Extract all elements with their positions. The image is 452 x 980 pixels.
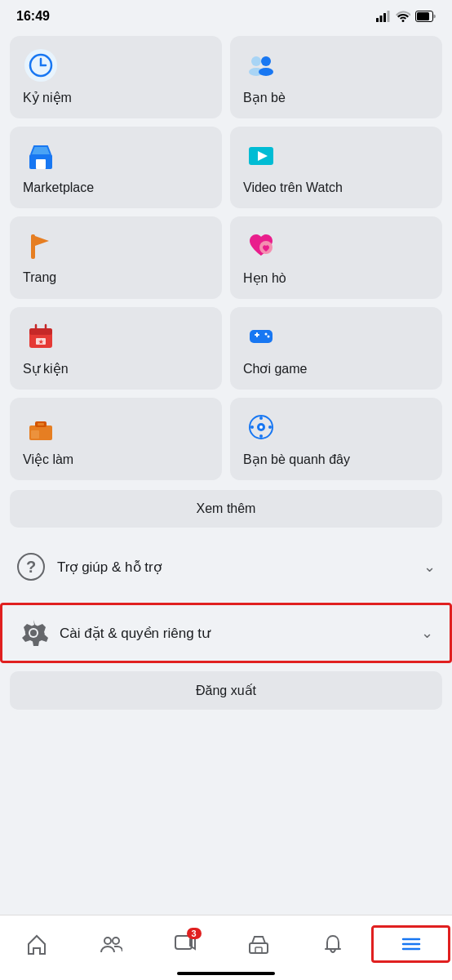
svg-marker-17 bbox=[35, 236, 49, 246]
svg-rect-3 bbox=[388, 11, 390, 22]
nav-friends[interactable] bbox=[74, 928, 148, 960]
ban-be-quanh-day-icon bbox=[243, 409, 279, 445]
svg-point-45 bbox=[30, 630, 37, 636]
svg-rect-33 bbox=[31, 430, 39, 439]
video-watch-label: Video trên Watch bbox=[243, 180, 429, 195]
trang-label: Trang bbox=[23, 270, 209, 285]
grid-item-video-watch[interactable]: Video trên Watch bbox=[230, 127, 442, 208]
svg-rect-20 bbox=[29, 328, 52, 335]
battery-icon bbox=[415, 11, 436, 22]
svg-point-38 bbox=[259, 434, 263, 438]
viec-lam-icon bbox=[23, 409, 59, 445]
grid-container: Kỷ niệm Bạn bè Marketplace bbox=[0, 29, 452, 487]
marketplace-icon bbox=[23, 138, 59, 174]
choi-game-label: Chơi game bbox=[243, 361, 429, 376]
status-time: 16:49 bbox=[16, 9, 50, 24]
grid-item-ky-niem[interactable]: Kỷ niệm bbox=[10, 36, 222, 118]
home-indicator bbox=[177, 972, 275, 975]
nav-bell[interactable] bbox=[296, 928, 370, 960]
grid-item-trang[interactable]: Trang bbox=[10, 216, 222, 299]
svg-rect-5 bbox=[417, 12, 429, 20]
nav-menu[interactable] bbox=[371, 925, 450, 963]
grid-item-hen-ho[interactable]: Hẹn hò bbox=[230, 216, 442, 299]
svg-rect-16 bbox=[31, 234, 35, 259]
cai-dat-label: Cài đặt & quyền riêng tư bbox=[60, 625, 421, 642]
ky-niem-icon bbox=[23, 47, 59, 83]
menu-nav-icon bbox=[400, 933, 423, 956]
grid-item-marketplace[interactable]: Marketplace bbox=[10, 127, 222, 208]
svg-point-29 bbox=[268, 336, 270, 338]
ky-niem-label: Kỷ niệm bbox=[23, 90, 209, 105]
svg-rect-1 bbox=[380, 16, 383, 22]
svg-rect-27 bbox=[256, 332, 258, 337]
viec-lam-label: Việc làm bbox=[23, 452, 209, 467]
ban-be-quanh-day-label: Bạn bè quanh đây bbox=[243, 452, 429, 467]
help-icon: ? bbox=[16, 552, 46, 581]
settings-icon bbox=[19, 618, 48, 648]
nav-home[interactable] bbox=[0, 928, 74, 960]
svg-text:?: ? bbox=[26, 558, 36, 576]
cai-dat-chevron: ⌄ bbox=[421, 624, 433, 642]
bottom-nav: 3 bbox=[0, 915, 452, 980]
su-kien-label: Sự kiện bbox=[23, 361, 209, 376]
see-more-button[interactable]: Xem thêm bbox=[10, 490, 442, 528]
nav-store[interactable] bbox=[222, 928, 296, 960]
svg-rect-0 bbox=[376, 18, 379, 22]
svg-rect-50 bbox=[250, 943, 268, 953]
section-cai-dat[interactable]: Cài đặt & quyền riêng tư ⌄ bbox=[0, 603, 452, 663]
signal-icon bbox=[376, 11, 391, 22]
hen-ho-label: Hẹn hò bbox=[243, 270, 429, 286]
status-bar: 16:49 bbox=[0, 0, 452, 29]
friends-nav-icon bbox=[100, 933, 122, 956]
svg-rect-51 bbox=[255, 947, 262, 953]
svg-point-36 bbox=[259, 425, 263, 429]
svg-point-9 bbox=[261, 56, 271, 66]
logout-button[interactable]: Đăng xuất bbox=[10, 671, 442, 710]
nav-video[interactable]: 3 bbox=[148, 926, 222, 962]
home-icon bbox=[25, 933, 48, 956]
wifi-icon bbox=[396, 11, 410, 22]
store-nav-icon bbox=[247, 933, 270, 956]
trang-icon bbox=[23, 228, 59, 264]
hen-ho-icon bbox=[243, 228, 279, 264]
choi-game-icon bbox=[243, 318, 279, 354]
tro-giup-label: Trợ giúp & hỗ trợ bbox=[57, 559, 423, 576]
grid-item-viec-lam[interactable]: Việc làm bbox=[10, 398, 222, 480]
svg-text:★: ★ bbox=[38, 339, 44, 345]
status-icons bbox=[376, 11, 436, 22]
svg-rect-2 bbox=[383, 13, 386, 22]
tro-giup-chevron: ⌄ bbox=[423, 558, 436, 576]
bell-nav-icon bbox=[321, 933, 344, 956]
su-kien-icon: ★ bbox=[23, 318, 59, 354]
svg-point-40 bbox=[268, 425, 272, 429]
grid-item-su-kien[interactable]: ★ Sự kiện bbox=[10, 307, 222, 390]
svg-point-39 bbox=[250, 425, 254, 429]
svg-rect-13 bbox=[36, 159, 46, 169]
svg-point-28 bbox=[265, 333, 268, 336]
svg-point-37 bbox=[259, 416, 263, 420]
grid-item-ban-be[interactable]: Bạn bè bbox=[230, 36, 442, 118]
section-tro-giup[interactable]: ? Trợ giúp & hỗ trợ ⌄ bbox=[0, 539, 452, 595]
marketplace-label: Marketplace bbox=[23, 180, 209, 195]
grid-item-choi-game[interactable]: Chơi game bbox=[230, 307, 442, 390]
ban-be-icon bbox=[243, 47, 279, 83]
video-watch-icon bbox=[243, 138, 279, 174]
video-badge: 3 bbox=[187, 928, 202, 939]
svg-point-11 bbox=[259, 68, 273, 76]
ban-be-label: Bạn bè bbox=[243, 90, 429, 105]
grid-item-ban-be-quanh-day[interactable]: Bạn bè quanh đây bbox=[230, 398, 442, 480]
svg-point-47 bbox=[113, 938, 119, 944]
svg-point-46 bbox=[104, 938, 111, 944]
svg-point-8 bbox=[251, 56, 261, 66]
svg-rect-32 bbox=[38, 423, 44, 425]
